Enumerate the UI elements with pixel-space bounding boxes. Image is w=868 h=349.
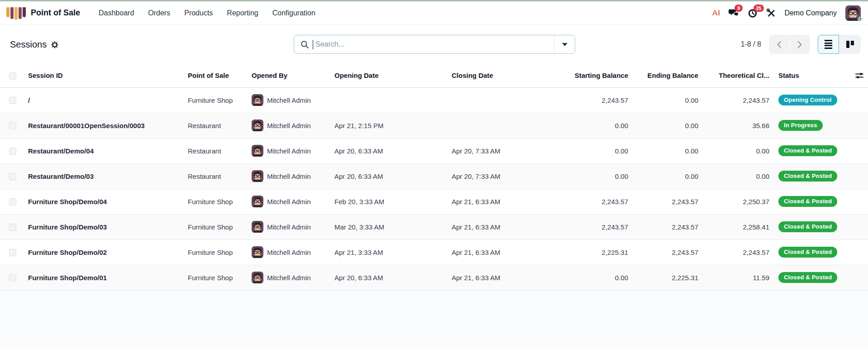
main-menu: Dashboard Orders Products Reporting Conf…: [93, 5, 321, 21]
table-header-row: Session ID Point of Sale Opened By Openi…: [0, 64, 868, 87]
action-menu-button[interactable]: [51, 41, 58, 48]
closing-date-cell: [450, 87, 565, 113]
ending-balance-cell: 2,225.31: [630, 265, 700, 290]
search-dropdown-toggle[interactable]: [554, 35, 575, 53]
menu-orders[interactable]: Orders: [142, 5, 176, 21]
debug-tools-button[interactable]: [766, 8, 776, 18]
company-switcher[interactable]: Demo Company: [784, 9, 837, 17]
ending-balance-cell: 0.00: [630, 163, 700, 189]
user-avatar-icon: [252, 145, 263, 157]
opened-by-cell: Mitchell Admin: [250, 189, 333, 214]
messages-button[interactable]: 9: [729, 8, 739, 18]
column-header-ending-balance[interactable]: Ending Balance: [630, 64, 700, 87]
column-header-status[interactable]: Status: [771, 64, 853, 87]
starting-balance-cell: 0.00: [565, 138, 630, 163]
row-checkbox[interactable]: [9, 97, 16, 104]
opened-by-name: Mitchell Admin: [267, 147, 311, 155]
table-row[interactable]: Furniture Shop/Demo/04 Furniture Shop Mi…: [0, 189, 868, 214]
session-id-cell: /: [21, 87, 186, 113]
gear-icon: [51, 41, 58, 48]
ai-assistant-icon[interactable]: AI: [712, 9, 720, 18]
select-all-checkbox[interactable]: [9, 72, 16, 80]
row-checkbox[interactable]: [9, 173, 16, 180]
activities-count-badge: 25: [754, 5, 763, 12]
row-checkbox[interactable]: [9, 274, 16, 282]
ending-balance-cell: 2,243.57: [630, 189, 700, 214]
row-checkbox[interactable]: [9, 249, 16, 256]
opening-date-cell: Feb 20, 3:33 AM: [333, 189, 450, 214]
user-avatar-icon: [252, 196, 263, 207]
point-of-sale-cell: Furniture Shop: [186, 214, 250, 239]
user-menu-avatar[interactable]: ✈: [845, 5, 861, 21]
chevron-right-icon: [797, 41, 802, 48]
row-checkbox[interactable]: [9, 122, 16, 129]
user-avatar-icon: [252, 94, 263, 106]
opened-by-cell: Mitchell Admin: [250, 163, 333, 189]
table-row[interactable]: Furniture Shop/Demo/03 Furniture Shop Mi…: [0, 214, 868, 239]
apps-menu-button[interactable]: Point of Sale: [6, 6, 80, 20]
text-cursor: [313, 40, 313, 49]
column-header-opened-by[interactable]: Opened By: [250, 64, 333, 87]
table-row[interactable]: Restaurant/00001OpenSession/0003 Restaur…: [0, 113, 868, 138]
theoretical-closing-cell: 0.00: [700, 163, 771, 189]
ending-balance-cell: 2,243.57: [630, 214, 700, 239]
column-header-point-of-sale[interactable]: Point of Sale: [186, 64, 250, 87]
menu-products[interactable]: Products: [178, 5, 219, 21]
column-header-opening-date[interactable]: Opening Date: [333, 64, 450, 87]
list-view-button[interactable]: [818, 35, 839, 54]
table-row[interactable]: Furniture Shop/Demo/01 Furniture Shop Mi…: [0, 265, 868, 290]
ending-balance-cell: 0.00: [630, 87, 700, 113]
row-checkbox[interactable]: [9, 198, 16, 206]
column-header-starting-balance[interactable]: Starting Balance: [565, 64, 630, 87]
menu-dashboard[interactable]: Dashboard: [93, 5, 140, 21]
search-icon: [300, 40, 309, 49]
page-title: Sessions: [10, 39, 47, 50]
opened-by-cell: Mitchell Admin: [250, 87, 333, 113]
pager-range[interactable]: 1-8 / 8: [741, 40, 761, 48]
chevron-left-icon: [777, 41, 782, 48]
caret-down-icon: [562, 43, 568, 46]
session-id-cell: Furniture Shop/Demo/02: [21, 239, 186, 265]
table-row[interactable]: Restaurant/Demo/03 Restaurant Mitchell A…: [0, 163, 868, 189]
theoretical-closing-cell: 35.66: [700, 113, 771, 138]
menu-reporting[interactable]: Reporting: [221, 5, 264, 21]
column-header-session-id[interactable]: Session ID: [21, 64, 186, 87]
out-of-office-plane-icon: ✈: [857, 15, 863, 23]
table-row[interactable]: / Furniture Shop Mitchell Admin 2,243.57…: [0, 87, 868, 113]
session-id-cell: Furniture Shop/Demo/03: [21, 214, 186, 239]
kanban-view-icon: [846, 41, 854, 48]
pager-previous-button[interactable]: [769, 35, 789, 54]
row-checkbox[interactable]: [9, 224, 16, 231]
opened-by-cell: Mitchell Admin: [250, 113, 333, 138]
kanban-view-button[interactable]: [839, 35, 861, 54]
starting-balance-cell: 2,243.57: [565, 87, 630, 113]
column-header-theoretical-closing[interactable]: Theoretical Cl...: [700, 64, 771, 87]
point-of-sale-cell: Furniture Shop: [186, 239, 250, 265]
opened-by-name: Mitchell Admin: [267, 122, 311, 129]
status-badge: In Progress: [778, 120, 823, 131]
theoretical-closing-cell: 2,243.57: [700, 239, 771, 265]
table-row[interactable]: Restaurant/Demo/04 Restaurant Mitchell A…: [0, 138, 868, 163]
activities-button[interactable]: 25: [748, 8, 758, 18]
theoretical-closing-cell: 2,258.41: [700, 214, 771, 239]
column-header-closing-date[interactable]: Closing Date: [450, 64, 565, 87]
pager-next-button[interactable]: [790, 35, 810, 54]
session-id-cell: Restaurant/Demo/04: [21, 138, 186, 163]
theoretical-closing-cell: 0.00: [700, 138, 771, 163]
starting-balance-cell: 0.00: [565, 163, 630, 189]
search-input[interactable]: [314, 40, 554, 48]
starting-balance-cell: 2,243.57: [565, 214, 630, 239]
table-row[interactable]: Furniture Shop/Demo/02 Furniture Shop Mi…: [0, 239, 868, 265]
optional-columns-toggle[interactable]: [854, 72, 866, 79]
opened-by-name: Mitchell Admin: [267, 274, 311, 282]
messages-count-badge: 9: [734, 5, 743, 12]
theoretical-closing-cell: 2,243.57: [700, 87, 771, 113]
search-bar: [294, 35, 575, 54]
row-checkbox[interactable]: [9, 148, 16, 155]
menu-configuration[interactable]: Configuration: [267, 5, 321, 21]
status-badge: Closed & Posted: [778, 221, 837, 232]
opened-by-cell: Mitchell Admin: [250, 239, 333, 265]
opening-date-cell: Apr 21, 3:33 AM: [333, 239, 450, 265]
status-badge: Closed & Posted: [778, 196, 837, 207]
user-avatar-icon: [252, 170, 263, 182]
